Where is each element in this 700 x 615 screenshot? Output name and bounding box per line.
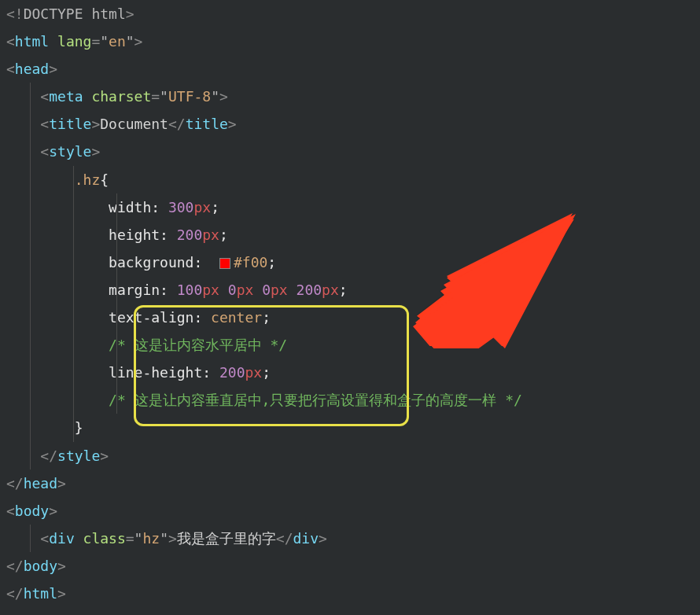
code-line: width: 300px; <box>6 193 694 221</box>
t: < <box>6 503 15 519</box>
t: 0 <box>228 282 237 298</box>
t: > <box>57 475 66 492</box>
code-line: <style> <box>6 138 694 165</box>
t: px <box>193 199 211 215</box>
t: < <box>40 143 49 160</box>
t: > <box>100 447 109 464</box>
t <box>253 282 262 298</box>
code-line: <meta charset="UTF-8"> <box>6 83 694 110</box>
code-line: <body> <box>6 497 694 525</box>
t: meta <box>49 88 83 105</box>
t: > <box>126 6 134 22</box>
t: line-height <box>109 364 202 381</box>
t: div <box>49 530 75 547</box>
t: title <box>186 116 228 132</box>
t: 200 <box>219 364 245 381</box>
t: px <box>237 282 254 298</box>
t: > <box>91 143 100 160</box>
t: </ <box>6 585 24 602</box>
t: 我是盒子里的字 <box>177 530 276 547</box>
t <box>168 226 177 243</box>
t: : <box>160 282 168 298</box>
t: body <box>15 503 49 519</box>
t: < <box>40 88 49 105</box>
code-line: <html lang="en"> <box>6 28 694 55</box>
t: : <box>193 309 202 326</box>
t: 100 <box>177 282 203 298</box>
t: html <box>15 33 49 50</box>
t: : <box>202 364 211 381</box>
t: > <box>168 530 177 547</box>
t: lang <box>49 33 91 50</box>
t <box>168 282 177 298</box>
t: " <box>160 530 168 547</box>
t: px <box>271 282 288 298</box>
t: /* 这是让内容水平居中 */ <box>109 337 287 353</box>
code-line: } <box>6 414 694 441</box>
t: 200 <box>297 282 322 298</box>
t: html <box>83 6 126 22</box>
t: title <box>49 116 91 132</box>
t: { <box>100 171 109 188</box>
code-editor[interactable]: <!DOCTYPE html> <html lang="en"> <head> … <box>0 0 700 607</box>
t: charset <box>83 88 152 105</box>
code-line: /* 这是让内容水平居中 */ <box>6 331 694 359</box>
code-line: /* 这是让内容垂直居中,只要把行高设置得和盒子的高度一样 */ <box>6 386 694 414</box>
t: DOCTYPE <box>24 6 83 22</box>
t: style <box>57 447 100 464</box>
t <box>288 282 297 298</box>
t: < <box>6 33 15 50</box>
code-line: text-align: center; <box>6 304 694 331</box>
t: 0 <box>262 282 271 298</box>
t: </ <box>6 475 24 492</box>
t: px <box>245 364 262 381</box>
code-line: <!DOCTYPE html> <box>6 0 694 28</box>
t: body <box>24 558 57 574</box>
t <box>160 199 168 215</box>
t: < <box>40 530 49 547</box>
code-line: <title>Document</title> <box>6 110 694 138</box>
t: " <box>211 88 219 105</box>
t: </ <box>6 558 24 574</box>
t: 200 <box>177 226 203 243</box>
t: #f00 <box>234 254 267 271</box>
t <box>202 309 211 326</box>
code-line: </head> <box>6 470 694 497</box>
t: div <box>293 530 319 547</box>
t: ; <box>267 254 276 271</box>
color-swatch-icon <box>219 258 230 269</box>
t: : <box>193 254 202 271</box>
t: " <box>126 33 134 50</box>
t: > <box>134 33 143 50</box>
t: > <box>49 61 57 77</box>
t: ; <box>211 199 219 215</box>
t: UTF-8 <box>168 88 211 105</box>
t: Document <box>100 116 168 132</box>
t: " <box>160 88 168 105</box>
t: } <box>75 419 83 436</box>
code-line: <head> <box>6 55 694 83</box>
t: </ <box>40 447 57 464</box>
t: style <box>49 143 91 160</box>
t: html <box>24 585 57 602</box>
t: > <box>319 530 327 547</box>
code-line: margin: 100px 0px 0px 200px; <box>6 276 694 304</box>
t: .hz <box>75 171 101 188</box>
t <box>202 254 219 271</box>
t: > <box>49 503 57 519</box>
t: " <box>100 33 109 50</box>
t: en <box>109 33 126 50</box>
code-line: line-height: 200px; <box>6 359 694 386</box>
t: text-align <box>109 309 193 326</box>
t: > <box>57 558 66 574</box>
t: : <box>160 226 168 243</box>
code-line: </body> <box>6 552 694 580</box>
t: > <box>219 88 228 105</box>
t: > <box>228 116 237 132</box>
t: head <box>15 61 49 77</box>
t: class <box>75 530 126 547</box>
t: = <box>151 88 160 105</box>
t: px <box>202 226 219 243</box>
code-line: </html> <box>6 580 694 607</box>
t: ; <box>219 226 228 243</box>
